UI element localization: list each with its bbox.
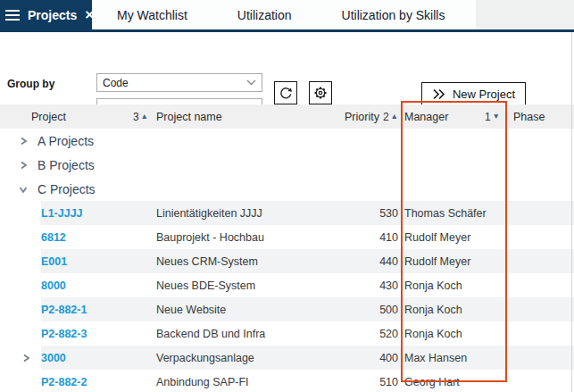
tab-utilization-by-skills[interactable]: Utilization by Skills — [317, 0, 470, 29]
refresh-button[interactable] — [274, 81, 297, 104]
manager-cell: Ronja Koch — [398, 279, 511, 292]
priority-cell: 530 — [348, 207, 398, 220]
manager-cell: Max Hansen — [398, 352, 511, 364]
projects-table: Project 3▲ Project name Priority 2▲ Mana… — [0, 104, 574, 392]
chevron-right-icon[interactable] — [0, 352, 41, 364]
sort-indicator: 2▲ — [383, 111, 398, 123]
priority-cell: 520 — [348, 328, 398, 340]
table-row[interactable]: P2-882-3Backend DB und Infra520Ronja Koc… — [0, 321, 574, 346]
table-row[interactable]: P2-882-1Neue Website500Ronja Koch — [0, 297, 574, 321]
double-chevron-right-icon — [432, 88, 445, 100]
tab-projects[interactable]: Projects × — [0, 0, 92, 29]
group-label: B Projects — [37, 158, 95, 172]
table-row[interactable]: E001Neues CRM-System440Rudolf Meyer — [0, 249, 574, 273]
tab-row: Projects × My WatchlistUtilizationUtiliz… — [0, 0, 476, 29]
group-label: C Projects — [37, 182, 96, 196]
priority-cell: 430 — [348, 279, 398, 292]
project-code-link[interactable]: 3000 — [41, 352, 156, 364]
table-body: A ProjectsB ProjectsC ProjectsL1-JJJJLin… — [0, 129, 574, 392]
new-project-label: New Project — [453, 88, 515, 101]
project-name-cell: Anbindung SAP-FI — [156, 376, 348, 388]
new-project-button[interactable]: New Project — [421, 82, 526, 105]
column-label: Project — [31, 111, 66, 123]
column-label: Priority — [345, 111, 379, 123]
project-name-cell: Verpackungsanlage — [156, 352, 348, 364]
column-label: Project name — [156, 111, 222, 123]
project-code-link[interactable]: E001 — [41, 255, 156, 268]
project-code-link[interactable]: P2-882-3 — [41, 328, 156, 340]
column-header-project-name[interactable]: Project name — [156, 111, 326, 123]
menu-icon[interactable] — [5, 10, 20, 21]
refresh-icon — [278, 85, 294, 101]
column-header-phase[interactable]: Phase — [511, 111, 574, 123]
app-window: Projects × My WatchlistUtilizationUtiliz… — [0, 0, 574, 392]
column-header-project[interactable]: Project 3▲ — [0, 111, 156, 123]
group-row[interactable]: A Projects — [0, 129, 574, 153]
group-by-select[interactable]: Code — [96, 73, 262, 92]
sort-indicator: 1▼ — [485, 111, 500, 123]
table-row[interactable]: P2-882-2Anbindung SAP-FI510Georg Hart — [0, 370, 574, 392]
table-row[interactable]: 8000Neues BDE-System430Ronja Koch — [0, 273, 574, 297]
project-name-cell: Linientätigkeiten JJJJ — [156, 207, 348, 220]
manager-cell: Rudolf Meyer — [398, 255, 511, 268]
column-header-manager[interactable]: Manager 1▼ — [398, 111, 511, 123]
tab-utilization[interactable]: Utilization — [212, 0, 317, 29]
group-row[interactable]: B Projects — [0, 153, 574, 177]
sort-indicator: 3▲ — [133, 111, 148, 123]
table-row[interactable]: 3000Verpackungsanlage400Max Hansen — [0, 346, 574, 370]
column-label: Phase — [513, 111, 545, 123]
manager-cell: Rudolf Meyer — [398, 231, 511, 244]
gear-icon — [312, 85, 329, 101]
project-code-link[interactable]: P2-882-2 — [41, 376, 156, 388]
group-label: A Projects — [37, 134, 94, 148]
manager-cell: Ronja Koch — [398, 304, 511, 316]
priority-cell: 500 — [348, 304, 398, 316]
project-name-cell: Bauprojekt - Hochbau — [156, 231, 348, 244]
group-row[interactable]: C Projects — [0, 177, 574, 201]
project-name-cell: Backend DB und Infra — [156, 328, 348, 340]
tab-strip: Projects × My WatchlistUtilizationUtiliz… — [0, 0, 574, 32]
manager-cell: Thomas Schäfer — [398, 207, 511, 220]
toolbar: Group by Code Filter — [0, 32, 574, 104]
table-header: Project 3▲ Project name Priority 2▲ Mana… — [0, 104, 574, 129]
project-name-cell: Neues CRM-System — [156, 255, 348, 268]
manager-cell: Ronja Koch — [398, 328, 511, 340]
group-by-label: Group by — [7, 78, 54, 90]
chevron-down-icon[interactable] — [17, 183, 29, 196]
column-header-priority[interactable]: Priority 2▲ — [326, 111, 398, 123]
chevron-right-icon[interactable] — [17, 159, 29, 171]
column-label: Manager — [404, 111, 448, 123]
priority-cell: 510 — [348, 376, 398, 388]
priority-cell: 410 — [348, 231, 398, 244]
chevron-right-icon[interactable] — [17, 135, 29, 147]
table-row[interactable]: 6812Bauprojekt - Hochbau410Rudolf Meyer — [0, 225, 574, 249]
project-code-link[interactable]: 6812 — [41, 231, 156, 244]
group-by-value: Code — [103, 77, 129, 89]
settings-button[interactable] — [309, 81, 332, 104]
priority-cell: 400 — [348, 352, 398, 364]
manager-cell: Georg Hart — [398, 376, 511, 388]
chevron-down-icon — [246, 79, 256, 86]
tab-my-watchlist[interactable]: My Watchlist — [92, 0, 212, 29]
project-name-cell: Neue Website — [156, 304, 348, 316]
project-code-link[interactable]: P2-882-1 — [41, 304, 156, 316]
project-code-link[interactable]: L1-JJJJ — [41, 207, 156, 220]
project-name-cell: Neues BDE-System — [156, 279, 348, 292]
project-code-link[interactable]: 8000 — [41, 279, 156, 292]
table-row[interactable]: L1-JJJJLinientätigkeiten JJJJ530Thomas S… — [0, 201, 574, 225]
tab-projects-label: Projects — [28, 8, 77, 22]
pane-right-border — [571, 32, 572, 392]
priority-cell: 440 — [348, 255, 398, 268]
